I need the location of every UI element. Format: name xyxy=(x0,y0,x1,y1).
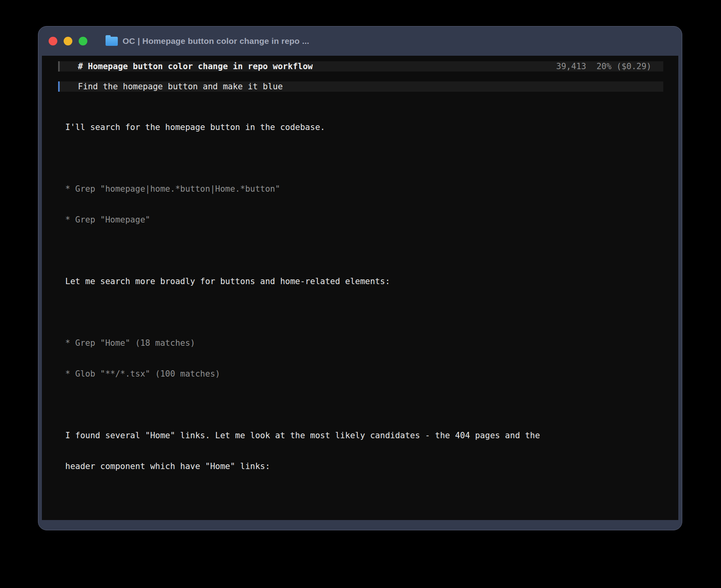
assistant-paragraph: I'll search for the homepage button in t… xyxy=(65,102,663,153)
session-title: # Homepage button color change in repo w… xyxy=(78,61,313,72)
tool-call-grep: * Grep "Home" (18 matches) xyxy=(65,338,663,348)
window-titlebar[interactable]: OC | Homepage button color change in rep… xyxy=(38,26,682,56)
assistant-paragraph: I found several "Home" links. Let me loo… xyxy=(65,410,663,492)
terminal-window: OC | Homepage button color change in rep… xyxy=(38,26,682,530)
assistant-text: Let me search more broadly for buttons a… xyxy=(65,276,663,286)
titlebar-title-group: OC | Homepage button color change in rep… xyxy=(106,36,309,46)
assistant-paragraph: Let me search more broadly for buttons a… xyxy=(65,256,663,307)
user-message-text: Find the homepage button and make it blu… xyxy=(78,81,283,92)
terminal-content: # Homepage button color change in repo w… xyxy=(42,56,678,520)
tool-call-group: * Grep "Home" (18 matches) * Glob "**/*.… xyxy=(65,317,663,400)
assistant-text: I found several "Home" links. Let me loo… xyxy=(65,430,663,441)
assistant-text: I'll search for the homepage button in t… xyxy=(65,122,663,132)
user-message: Find the homepage button and make it blu… xyxy=(58,81,663,92)
tool-call-grep: * Grep "homepage|home.*button|Home.*butt… xyxy=(65,184,663,194)
token-count: 39,413 xyxy=(556,61,586,72)
zoom-button[interactable] xyxy=(79,37,87,45)
session-header: # Homepage button color change in repo w… xyxy=(58,61,663,72)
assistant-text: header component which have "Home" links… xyxy=(65,461,663,471)
folder-icon xyxy=(106,37,118,46)
close-button[interactable] xyxy=(49,37,57,45)
window-title: OC | Homepage button color change in rep… xyxy=(123,36,309,46)
tool-call-grep: * Grep "Homepage" xyxy=(65,215,663,225)
context-usage: 20% ($0.29) xyxy=(596,61,651,72)
tool-call-glob: * Glob "**/*.tsx" (100 matches) xyxy=(65,369,663,379)
tool-call-group: → Read packages/console/app/src/routes/[… xyxy=(65,502,663,520)
assistant-transcript: I'll search for the homepage button in t… xyxy=(58,102,663,520)
minimize-button[interactable] xyxy=(64,37,72,45)
window-controls xyxy=(49,37,87,45)
session-stats: 39,41320% ($0.29) xyxy=(556,61,651,72)
tool-call-group: * Grep "homepage|home.*button|Home.*butt… xyxy=(65,163,663,245)
